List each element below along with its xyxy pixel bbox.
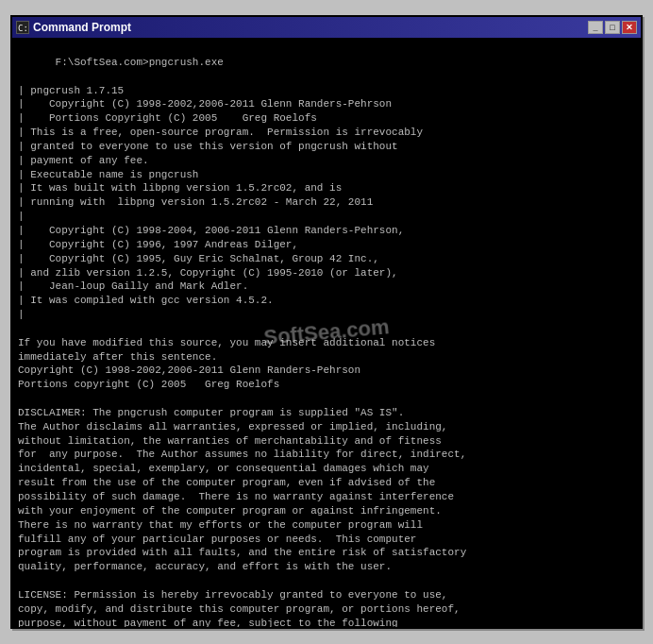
- window-title: Command Prompt: [33, 21, 131, 34]
- title-bar: C:\ Command Prompt _ □ ✕: [12, 17, 641, 38]
- svg-text:C:\: C:\: [18, 24, 28, 33]
- cmd-icon: C:\: [16, 21, 29, 34]
- command-prompt-window: C:\ Command Prompt _ □ ✕ F:\SoftSea.com>…: [10, 15, 643, 629]
- minimize-button[interactable]: _: [588, 21, 603, 34]
- maximize-button[interactable]: □: [605, 21, 620, 34]
- terminal-content: | pngcrush 1.7.15 | Copyright (C) 1998-2…: [18, 85, 466, 627]
- terminal-output[interactable]: F:\SoftSea.com>pngcrush.exe | pngcrush 1…: [12, 38, 641, 627]
- title-bar-buttons: _ □ ✕: [588, 21, 637, 34]
- prompt-line: F:\SoftSea.com>pngcrush.exe: [56, 57, 224, 68]
- title-bar-left: C:\ Command Prompt: [16, 21, 131, 34]
- close-button[interactable]: ✕: [622, 21, 637, 34]
